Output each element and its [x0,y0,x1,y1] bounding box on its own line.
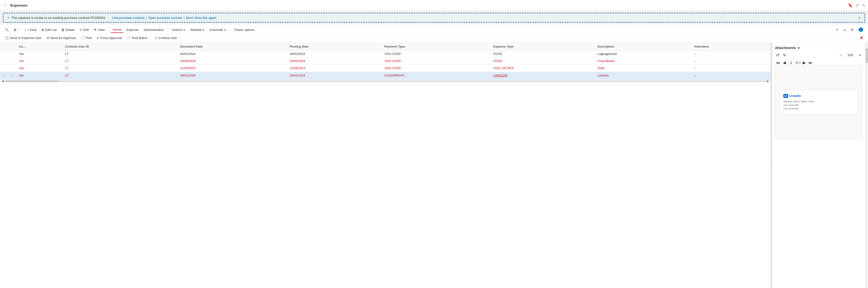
attachments-chevron-icon[interactable]: ∨ [797,46,800,50]
linkedin-receipt: in LinkedIn Subtotal: 1400 kr. Moms: Pri… [779,90,858,115]
next-page-button[interactable]: ▶ [802,60,807,65]
last-page-button[interactable]: ⏭ [808,60,813,65]
row2-postdate: 03/06/2024 [287,58,382,65]
col-document-date[interactable]: Document Date [178,43,287,51]
vertical-scrollbar[interactable] [865,43,868,288]
post-batch-button[interactable]: 📄 Post Batch... [125,35,152,41]
actions-dropdown-button[interactable]: Actions ∨ [170,27,188,33]
edit-button[interactable]: ✏ Edit [78,27,91,33]
send-for-approval-label: Send for Approval [50,36,75,40]
zoom-level-display: 33% [845,53,856,58]
notification-close-button[interactable]: × [7,16,9,20]
col-co[interactable]: Co... [17,43,63,51]
search-button[interactable]: 🔍 [3,27,11,33]
sep-dropdown [168,27,168,32]
col-expense-type[interactable]: Expense Type [491,43,595,51]
scroll-right-arrow[interactable]: ▶ [766,80,770,83]
col-attendees[interactable]: Attendees [691,43,771,51]
fewer-options-label: Fewer options [235,28,255,32]
fewer-options-button[interactable]: Fewer options [232,27,257,33]
delete-button[interactable]: 🗑 Delete [59,27,77,33]
row3-paytype: VISA CARD [382,65,491,72]
continia-hub-button[interactable]: ⬡ Continia Hub [153,35,179,41]
row4-paytype: CASH/PRIVAT... [382,72,491,79]
expand-icon[interactable]: ⤢ [856,3,859,8]
share-icon-button[interactable]: ↗ [834,27,840,33]
filter-icon: ⊿ [843,28,846,32]
send-for-approval-button[interactable]: ✉ Send for Approval [45,35,78,41]
filter-icon-button[interactable]: ⊿ [841,27,848,33]
top-icons: 🔖 ⤢ ⤡ [848,3,865,8]
tab-administration[interactable]: Administration [142,27,165,33]
continia-hub-label: Continia Hub [158,36,177,40]
row2-attendees: – [691,58,771,65]
edit-list-label: Edit List [45,28,56,32]
scroll-left-arrow[interactable]: ◀ [1,80,4,83]
send-for-approval-icon: ✉ [46,36,49,40]
row3-exptype: FUEL-PETROL [491,65,595,72]
bookmark2-button[interactable]: ⊞ [12,27,19,33]
pin-button[interactable]: 📌 [857,35,865,41]
list-panel: Co... Continia User ID Document Date Pos… [0,43,771,288]
pin-icon: 📌 [859,36,863,40]
col-payment-type[interactable]: Payment Type [382,43,491,51]
horizontal-scrollbar[interactable]: ◀ ▶ [0,79,771,83]
row4-docdate: 29/01/2024 [178,72,287,79]
row4-arrow: → [0,72,8,79]
automate-dropdown-button[interactable]: Automate ∨ [208,27,228,33]
zoom-out-button[interactable]: − [839,53,843,58]
related-dropdown-button[interactable]: Related ∨ [188,27,207,33]
link-purchase-contract-link[interactable]: Link purchase contract [112,16,145,20]
col-dots [8,43,17,51]
delete-label: Delete [65,28,75,32]
row1-postdate: 04/02/2024 [287,51,382,58]
first-page-button[interactable]: ⏮ [775,60,781,65]
undo-button[interactable]: ↺ [775,52,780,58]
list-icon: ☰ [851,28,854,32]
notification-chevron-icon[interactable]: ∨ [858,16,861,20]
col-continia-user-id[interactable]: Continia User ID [63,43,178,51]
sep-left [20,27,21,32]
related-chevron-icon: ∨ [202,28,205,32]
col-posting-date[interactable]: Posting Date [287,43,382,51]
table-row[interactable]: → ⋮ Yes LT 29/01/2024 29/01/2024 CASH/PR… [0,72,771,79]
back-button[interactable]: ← [3,3,7,8]
search-icon: 🔍 [5,28,9,32]
row4-userid: LT [63,72,178,79]
open-purchase-contract-link[interactable]: Open purchase contract [148,16,182,20]
notification-bar: × This expense is similar to an existing… [3,13,865,23]
receipt-line3: LAT: 0374AABT [783,107,854,110]
tab-home[interactable]: Home [111,27,123,33]
minimize-icon[interactable]: ⤡ [862,3,865,8]
post-button[interactable]: 📄 Post [79,35,94,41]
table-row[interactable]: Yes LT 12/09/2023 12/09/2023 VISA CARD F… [0,65,771,72]
info-icon-button[interactable]: i [857,27,865,33]
page-navigation: ⏮ ◀ of 1 ▶ ⏭ [775,60,862,65]
row4-dots[interactable]: ⋮ [8,72,17,79]
notification-links: Link purchase contract | Open purchase c… [112,16,216,20]
force-approval-button[interactable]: ✔ Force Approval [95,35,124,41]
table-row[interactable]: Yes LT 03/06/2024 03/06/2024 VISA CARD F… [0,58,771,65]
tab-expense[interactable]: Expense [124,27,141,33]
zoom-in-button[interactable]: + [858,53,862,58]
prev-page-button[interactable]: ◀ [782,60,787,65]
row2-docdate: 03/06/2024 [178,58,287,65]
page-number-input[interactable] [788,60,795,65]
bookmark-icon[interactable]: 🔖 [848,3,853,8]
force-approval-label: Force Approval [100,36,122,40]
linkedin-logo-box: in [783,94,788,98]
col-description[interactable]: Description [595,43,691,51]
force-approval-icon: ✔ [97,36,99,40]
receipt-line1: Subtotal: 1400 kr. Moms: Pricez [783,100,854,103]
table-row[interactable]: Yes LT 03/02/2024 04/02/2024 VISA CARD F… [0,51,771,58]
edit-list-button[interactable]: ⊞ Edit List [39,27,58,33]
scroll-thumb [5,81,59,82]
view-button[interactable]: 👁 View [92,27,107,33]
send-to-expense-user-button[interactable]: 📋 Send to Expense User [3,35,44,41]
view-icon: 👁 [94,28,97,32]
row2-paytype: VISA CARD [382,58,491,65]
list-icon-button[interactable]: ☰ [849,27,856,33]
redo-button[interactable]: ↻ [782,52,787,58]
new-button[interactable]: + + New [23,27,38,33]
dont-show-again-link[interactable]: Don't show this again [186,16,216,20]
